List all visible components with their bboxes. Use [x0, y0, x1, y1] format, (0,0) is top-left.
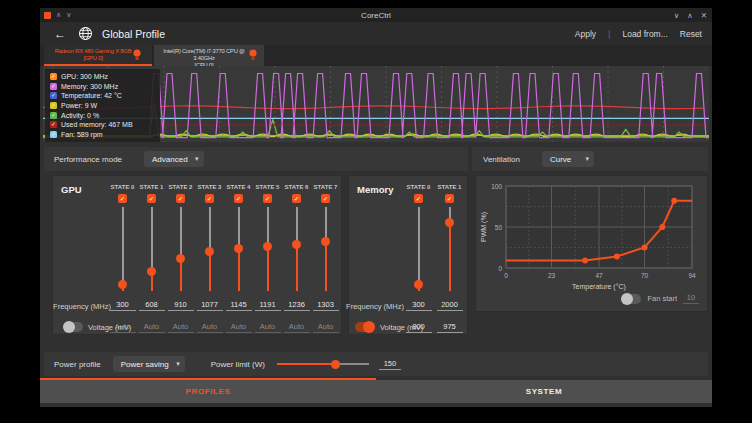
state-frequency-value[interactable]: 2000 — [437, 300, 463, 311]
state-header: STATE 6 — [282, 181, 311, 192]
svg-text:0: 0 — [498, 265, 502, 272]
state-checkbox[interactable]: ✓ — [118, 194, 127, 203]
keep-above-icon[interactable]: ∧ — [56, 8, 61, 22]
state-frequency-slider[interactable] — [166, 207, 195, 291]
fan-start-value[interactable]: 10 — [683, 293, 699, 304]
state-checkbox[interactable]: ✓ — [414, 194, 423, 203]
state-frequency-value[interactable]: 300 — [110, 300, 136, 311]
state-checkbox[interactable]: ✓ — [147, 194, 156, 203]
state-checkbox[interactable]: ✓ — [321, 194, 330, 203]
close-icon[interactable]: ✕ — [701, 11, 707, 20]
state-frequency-value[interactable]: 1303 — [313, 300, 339, 311]
performance-mode-row: Performance mode Advanced ▾ — [44, 147, 468, 171]
legend-checkbox[interactable]: ✓ — [50, 112, 57, 119]
slider-fill — [209, 252, 211, 291]
state-frequency-slider[interactable] — [137, 207, 166, 291]
power-profile-select[interactable]: Power saving ▾ — [113, 356, 185, 372]
fan-start-toggle[interactable] — [621, 294, 641, 304]
ventilation-row: Ventilation Curve ▾ — [472, 147, 708, 171]
state-frequency-value[interactable]: 300 — [406, 300, 432, 311]
state-voltage-value[interactable]: Auto — [255, 322, 281, 333]
gpu-voltage-label: Voltage (mV) — [88, 323, 131, 332]
state-frequency-slider[interactable] — [108, 207, 137, 291]
state-header: STATE 4 — [224, 181, 253, 192]
legend-checkbox[interactable]: ✓ — [50, 102, 57, 109]
tab-system[interactable]: SYSTEM — [376, 380, 712, 403]
power-limit-handle[interactable] — [331, 360, 340, 369]
slider-handle[interactable] — [414, 280, 423, 289]
legend-checkbox[interactable]: ✓ — [50, 73, 57, 80]
reset-button[interactable]: Reset — [680, 29, 702, 39]
legend-checkbox[interactable]: ✓ — [50, 121, 57, 128]
slider-handle[interactable] — [321, 237, 330, 246]
gpu-voltage-toggle[interactable] — [63, 322, 83, 332]
slider-handle[interactable] — [176, 254, 185, 263]
state-voltage-value[interactable]: Auto — [313, 322, 339, 333]
performance-mode-select[interactable]: Advanced ▾ — [144, 151, 204, 167]
state-voltage-value[interactable]: Auto — [284, 322, 310, 333]
power-limit-value[interactable]: 150 — [379, 359, 401, 370]
state-frequency-slider[interactable] — [403, 207, 434, 291]
ventilation-label: Ventilation — [483, 155, 520, 164]
state-checkbox[interactable]: ✓ — [292, 194, 301, 203]
state-voltage-value[interactable]: 975 — [437, 322, 463, 333]
performance-mode-label: Performance mode — [54, 155, 122, 164]
state-header: STATE 3 — [195, 181, 224, 192]
legend-checkbox[interactable]: ✓ — [50, 83, 57, 90]
legend-checkbox[interactable]: ✓ — [50, 92, 57, 99]
legend-item: ✓Used memory: 467 MB — [50, 120, 155, 130]
power-limit-slider[interactable] — [277, 363, 369, 365]
state-checkbox[interactable]: ✓ — [176, 194, 185, 203]
fan-curve-chart[interactable]: 023477094050100Temperature (°C)PWM (%) — [478, 180, 706, 292]
slider-handle[interactable] — [263, 242, 272, 251]
state-checkbox[interactable]: ✓ — [234, 194, 243, 203]
gpu-states-panel: GPU STATE 0STATE 1STATE 2STATE 3STATE 4S… — [52, 175, 342, 335]
state-checkbox[interactable]: ✓ — [445, 194, 454, 203]
state-frequency-value[interactable]: 1236 — [284, 300, 310, 311]
tab-cpu-device[interactable]: Intel(R) Core(TM) i7-3770 CPU @ 3.40GHz … — [154, 45, 264, 66]
state-frequency-slider[interactable] — [253, 207, 282, 291]
slider-handle[interactable] — [445, 218, 454, 227]
slider-handle[interactable] — [147, 267, 156, 276]
state-header: STATE 2 — [166, 181, 195, 192]
back-button[interactable]: ← — [54, 27, 66, 41]
tab-gpu-device[interactable]: Radeon RX 480 Gaming X 8GB [GPU 0] — [44, 45, 152, 66]
state-frequency-value[interactable]: 608 — [139, 300, 165, 311]
state-voltage-value[interactable]: Auto — [197, 322, 223, 333]
state-frequency-value[interactable]: 1191 — [255, 300, 281, 311]
maximize-icon[interactable]: ∧ — [687, 11, 693, 20]
svg-text:94: 94 — [688, 272, 696, 279]
slider-fill — [296, 245, 298, 291]
slider-handle[interactable] — [234, 244, 243, 253]
ventilation-mode-value: Curve — [550, 155, 571, 164]
slider-handle[interactable] — [118, 280, 127, 289]
state-frequency-slider[interactable] — [224, 207, 253, 291]
svg-text:50: 50 — [495, 224, 503, 231]
legend-checkbox[interactable]: ✓ — [50, 131, 57, 138]
apply-button[interactable]: Apply — [575, 29, 596, 39]
tab-profiles[interactable]: PROFILES — [40, 380, 376, 403]
state-voltage-value[interactable]: Auto — [226, 322, 252, 333]
memory-voltage-toggle[interactable] — [355, 322, 375, 332]
minimize-icon[interactable]: ∨ — [674, 11, 680, 20]
state-voltage-value[interactable]: Auto — [139, 322, 165, 333]
state-frequency-slider[interactable] — [311, 207, 340, 291]
state-frequency-slider[interactable] — [434, 207, 465, 291]
slider-handle[interactable] — [205, 247, 214, 256]
app-icon — [44, 12, 51, 19]
app-window: ∧ ∨ CoreCtrl ∨ ∧ ✕ ← Global Profile Appl… — [40, 8, 712, 407]
state-frequency-value[interactable]: 1145 — [226, 300, 252, 311]
state-frequency-value[interactable]: 1077 — [197, 300, 223, 311]
shade-icon[interactable]: ∨ — [66, 8, 71, 22]
state-checkbox[interactable]: ✓ — [263, 194, 272, 203]
state-voltage-value[interactable]: Auto — [168, 322, 194, 333]
state-frequency-slider[interactable] — [282, 207, 311, 291]
state-checkbox[interactable]: ✓ — [205, 194, 214, 203]
load-from-button[interactable]: Load from... — [622, 29, 667, 39]
slider-handle[interactable] — [292, 240, 301, 249]
state-frequency-value[interactable]: 910 — [168, 300, 194, 311]
profile-header: ← Global Profile Apply | Load from... Re… — [40, 22, 712, 45]
ventilation-mode-select[interactable]: Curve ▾ — [542, 151, 594, 167]
state-frequency-slider[interactable] — [195, 207, 224, 291]
svg-text:100: 100 — [491, 183, 502, 190]
